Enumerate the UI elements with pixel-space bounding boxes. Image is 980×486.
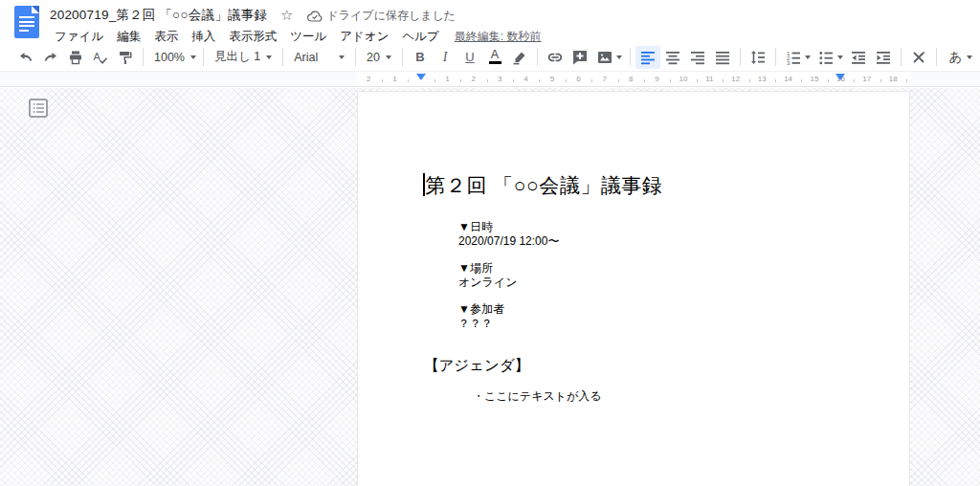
ruler-number: 12 bbox=[731, 75, 740, 83]
toolbar-separator bbox=[740, 48, 741, 66]
ruler-tick bbox=[880, 79, 881, 82]
font-family-select[interactable]: Arial bbox=[288, 46, 350, 69]
chevron-down-icon bbox=[616, 55, 622, 59]
align-center-button[interactable] bbox=[660, 46, 685, 69]
toolbar-separator bbox=[630, 48, 631, 66]
chevron-down-icon bbox=[190, 55, 196, 59]
spell-check-icon: A bbox=[92, 49, 109, 66]
chevron-down-icon bbox=[837, 55, 843, 59]
clear-formatting-icon bbox=[910, 49, 927, 66]
add-comment-button[interactable] bbox=[568, 46, 592, 69]
ruler-tick bbox=[697, 79, 698, 82]
toolbar-separator bbox=[282, 48, 283, 66]
meta-sections[interactable]: ▼日時 2020/07/19 12:00〜 ▼場所 オンライン ▼参加者 ？？？ bbox=[458, 220, 559, 343]
document-page[interactable]: 第２回 「○○会議」議事録 ▼日時 2020/07/19 12:00〜 ▼場所 … bbox=[357, 91, 910, 486]
paint-format-button[interactable] bbox=[113, 46, 138, 69]
ruler-tick bbox=[828, 79, 829, 82]
ruler-number: 2 bbox=[367, 75, 370, 83]
svg-text:A: A bbox=[94, 50, 101, 61]
agenda-item[interactable]: ・ここにテキストが入る bbox=[473, 388, 602, 405]
zoom-select[interactable]: 100% bbox=[148, 46, 198, 69]
section-label[interactable]: ▼日時 bbox=[458, 220, 559, 234]
toolbar-separator bbox=[355, 48, 356, 66]
numbered-list-icon: 1 2 3 bbox=[785, 49, 802, 66]
redo-button[interactable] bbox=[38, 46, 63, 69]
insert-link-button[interactable] bbox=[543, 46, 568, 69]
align-left-button[interactable] bbox=[635, 46, 660, 69]
ruler-number: 5 bbox=[550, 75, 554, 83]
chevron-down-icon bbox=[967, 55, 972, 59]
underline-button[interactable]: U bbox=[457, 46, 482, 69]
align-right-button[interactable] bbox=[685, 46, 710, 69]
italic-button[interactable]: I bbox=[433, 46, 457, 69]
undo-button[interactable] bbox=[13, 46, 38, 69]
spell-check-button[interactable]: A bbox=[88, 46, 113, 69]
line-spacing-button[interactable] bbox=[746, 46, 770, 69]
show-outline-button[interactable] bbox=[29, 99, 48, 118]
last-edit-link[interactable]: 最終編集: 数秒前 bbox=[455, 29, 542, 45]
section-attendees[interactable]: ▼参加者 ？？？ bbox=[458, 302, 559, 331]
increase-indent-button[interactable] bbox=[871, 46, 896, 69]
bold-button[interactable]: B bbox=[408, 46, 433, 69]
paint-format-icon bbox=[117, 49, 134, 66]
toolbar-separator bbox=[402, 48, 403, 66]
insert-image-button[interactable] bbox=[592, 46, 625, 69]
image-icon bbox=[596, 49, 613, 66]
section-datetime[interactable]: ▼日時 2020/07/19 12:00〜 bbox=[458, 220, 559, 249]
toolbar-separator bbox=[143, 48, 144, 66]
svg-text:3: 3 bbox=[787, 60, 791, 66]
left-indent-marker[interactable] bbox=[416, 74, 426, 80]
ruler-tick bbox=[801, 79, 802, 82]
ruler-tick bbox=[906, 79, 907, 82]
ruler-number: 13 bbox=[758, 75, 767, 83]
align-center-icon bbox=[664, 49, 681, 66]
ruler-number: 11 bbox=[705, 75, 713, 83]
section-value[interactable]: 2020/07/19 12:00〜 bbox=[458, 234, 559, 249]
ruler-tick bbox=[408, 79, 409, 82]
toolbar-separator bbox=[775, 48, 776, 66]
section-place[interactable]: ▼場所 オンライン bbox=[458, 261, 559, 290]
font-size-select[interactable]: 20 bbox=[361, 46, 397, 69]
decrease-indent-button[interactable] bbox=[846, 46, 871, 69]
section-value[interactable]: ？？？ bbox=[458, 317, 559, 331]
paragraph-style-select[interactable]: 見出し 1 bbox=[209, 46, 278, 69]
align-left-icon bbox=[639, 49, 657, 66]
ruler-number: 15 bbox=[811, 75, 819, 83]
print-button[interactable] bbox=[63, 46, 88, 69]
numbered-list-button[interactable]: 1 2 3 bbox=[781, 46, 813, 69]
document-heading[interactable]: 第２回 「○○会議」議事録 bbox=[423, 172, 662, 199]
ruler-tick bbox=[487, 79, 488, 82]
section-label[interactable]: ▼場所 bbox=[458, 261, 559, 276]
ruler-tick bbox=[723, 79, 724, 82]
bulleted-list-button[interactable] bbox=[813, 46, 846, 69]
highlight-color-button[interactable] bbox=[507, 46, 532, 69]
clear-formatting-button[interactable] bbox=[906, 46, 931, 69]
save-status[interactable]: ドライブに保存しました bbox=[307, 8, 457, 24]
toolbar-separator bbox=[203, 48, 204, 66]
ruler-number: 6 bbox=[576, 75, 580, 83]
agenda-heading[interactable]: 【アジェンダ】 bbox=[424, 356, 529, 376]
ruler-number: 3 bbox=[498, 75, 501, 83]
chevron-down-icon bbox=[386, 55, 391, 59]
text-color-button[interactable]: A bbox=[482, 46, 507, 69]
section-label[interactable]: ▼参加者 bbox=[458, 302, 559, 317]
ruler-tick bbox=[670, 79, 671, 82]
paragraph-style-value: 見出し 1 bbox=[214, 49, 260, 65]
section-value[interactable]: オンライン bbox=[458, 276, 559, 290]
input-tools-button[interactable]: あ bbox=[942, 46, 980, 69]
ruler-number: 4 bbox=[523, 75, 527, 83]
document-title-input[interactable]: 20200719_第２回 「○○会議」議事録 bbox=[50, 7, 267, 24]
italic-icon: I bbox=[443, 50, 448, 65]
ruler-tick bbox=[775, 79, 776, 82]
justify-button[interactable] bbox=[710, 46, 735, 69]
google-docs-logo-icon[interactable] bbox=[14, 6, 39, 38]
top-bar: 20200719_第２回 「○○会議」議事録 ☆ ドライブに保存しました ファイ… bbox=[0, 0, 980, 71]
right-indent-marker[interactable] bbox=[835, 74, 845, 80]
ruler-number: 10 bbox=[679, 75, 688, 83]
undo-icon bbox=[17, 49, 34, 66]
star-icon[interactable]: ☆ bbox=[280, 8, 293, 23]
bold-icon: B bbox=[415, 50, 424, 64]
ruler[interactable]: 21123456789101112131415161718 bbox=[0, 71, 980, 87]
highlighter-icon bbox=[511, 49, 528, 66]
ruler-tick bbox=[434, 79, 435, 82]
